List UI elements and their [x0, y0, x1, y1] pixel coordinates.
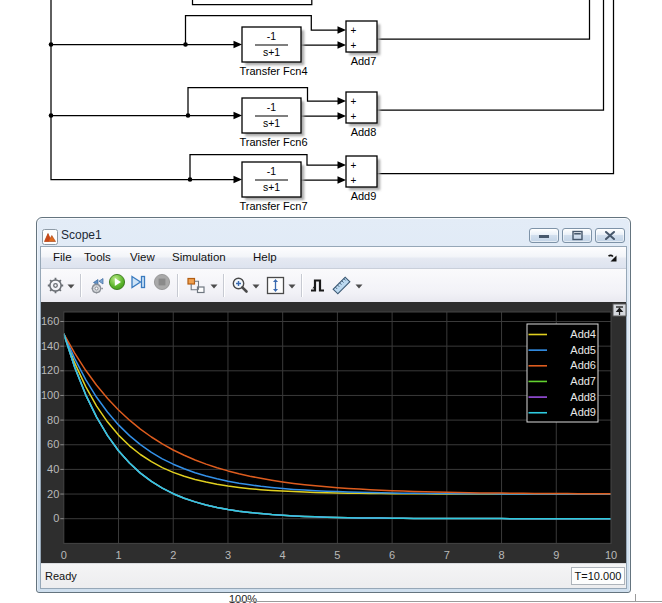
- scale-axes-icon[interactable]: [266, 276, 285, 295]
- trigger-icon[interactable]: [309, 276, 326, 295]
- legend-label-add8: Add8: [570, 391, 596, 403]
- toolbar: [41, 269, 626, 302]
- sum-sign: +: [351, 40, 357, 51]
- step-back-icon[interactable]: [89, 276, 106, 295]
- highlight-simulink-block-icon[interactable]: [186, 276, 206, 295]
- run-icon[interactable]: [108, 273, 126, 291]
- scope-window-body: FileToolsViewSimulationHelp: [40, 246, 627, 589]
- dock-viewer-button[interactable]: [613, 304, 626, 316]
- wire-source-bus[interactable]: [51, 0, 234, 180]
- svg-text:9: 9: [553, 549, 559, 561]
- zoom-icon[interactable]: [231, 276, 249, 295]
- scope-plot[interactable]: 020406080100120140160012345678910Add4Add…: [41, 302, 630, 566]
- status-bar: Ready T=10.000: [41, 563, 626, 588]
- branch-dot: [186, 113, 191, 118]
- block-tf7[interactable]: -1s+1Transfer Fcn7: [239, 162, 307, 212]
- close-button[interactable]: [595, 228, 625, 243]
- svg-text:10: 10: [605, 549, 617, 561]
- wire-arrowhead: [234, 176, 243, 184]
- svg-text:5: 5: [334, 549, 340, 561]
- svg-text:60: 60: [47, 438, 59, 450]
- legend[interactable]: Add4Add5Add6Add7Add8Add9: [527, 324, 598, 422]
- toolbar-separator: [223, 274, 225, 297]
- legend-label-add5: Add5: [570, 344, 596, 356]
- sum-sign: +: [351, 111, 357, 122]
- menu-bar: FileToolsViewSimulationHelp: [41, 247, 626, 269]
- svg-text:4: 4: [280, 549, 286, 561]
- window-title: Scope1: [61, 228, 102, 242]
- menu-file[interactable]: File: [50, 250, 75, 264]
- simulation-time-badge: T=10.000: [571, 567, 625, 585]
- tf-denominator: s+1: [263, 117, 280, 129]
- sum-sign: +: [351, 25, 357, 36]
- scale-axes-caret-icon[interactable]: [288, 284, 296, 289]
- measurements-caret-icon[interactable]: [355, 284, 363, 289]
- wire-add9-out[interactable]: [377, 0, 614, 174]
- zoom-caret-icon[interactable]: [252, 284, 260, 289]
- tf-numerator: -1: [267, 30, 276, 42]
- wire-arrowhead: [234, 41, 243, 49]
- scope-titlebar[interactable]: Scope1: [37, 218, 630, 246]
- wire-add7-out[interactable]: [377, 0, 590, 39]
- legend-label-add6: Add6: [570, 359, 596, 371]
- minimize-button[interactable]: [529, 228, 559, 243]
- block-label: Add7: [351, 55, 377, 67]
- svg-text:20: 20: [47, 488, 59, 500]
- highlight-block-caret-icon[interactable]: [210, 284, 218, 289]
- maximize-button[interactable]: [562, 228, 592, 243]
- legend-label-add7: Add7: [570, 375, 596, 387]
- block-label: Add9: [351, 190, 377, 202]
- sum-sign: +: [351, 175, 357, 186]
- step-forward-icon[interactable]: [129, 273, 147, 291]
- menu-tools[interactable]: Tools: [81, 250, 114, 264]
- block-add7[interactable]: ++Add7: [346, 21, 380, 67]
- legend-label-add4: Add4: [570, 328, 596, 340]
- block-label: Transfer Fcn6: [239, 136, 307, 148]
- config-properties-gear-icon[interactable]: [47, 276, 64, 295]
- svg-text:0: 0: [53, 512, 59, 524]
- config-properties-caret-icon[interactable]: [67, 284, 75, 289]
- menu-simulation[interactable]: Simulation: [169, 250, 229, 264]
- branch-dot: [49, 113, 54, 118]
- wire-cropped-block-bottom[interactable]: [193, 0, 312, 5]
- svg-text:160: 160: [41, 315, 59, 327]
- wire-add8-out[interactable]: [377, 0, 604, 110]
- block-label: Transfer Fcn4: [239, 65, 307, 77]
- wire-arrowhead: [338, 176, 347, 184]
- block-tf4[interactable]: -1s+1Transfer Fcn4: [239, 27, 307, 77]
- tf-numerator: -1: [267, 101, 276, 113]
- branch-dot: [183, 42, 188, 47]
- svg-text:3: 3: [225, 549, 231, 561]
- toolbar-separator: [80, 274, 82, 297]
- menubar-overflow-arrow-icon[interactable]: [607, 253, 618, 264]
- tf-denominator: s+1: [263, 181, 280, 193]
- svg-text:40: 40: [47, 463, 59, 475]
- svg-text:100: 100: [41, 389, 59, 401]
- legend-label-add9: Add9: [570, 406, 596, 418]
- svg-text:80: 80: [47, 414, 59, 426]
- block-add9[interactable]: ++Add9: [346, 156, 380, 202]
- svg-text:6: 6: [389, 549, 395, 561]
- wire-arrowhead: [338, 41, 347, 49]
- svg-text:1: 1: [115, 549, 121, 561]
- stop-icon[interactable]: [153, 273, 171, 291]
- block-tf6[interactable]: -1s+1Transfer Fcn6: [239, 98, 307, 148]
- svg-text:2: 2: [170, 549, 176, 561]
- scope-plot-canvas: 020406080100120140160012345678910Add4Add…: [41, 302, 626, 566]
- wire-arrowhead: [234, 112, 243, 120]
- scope-app-icon: [42, 229, 58, 245]
- svg-text:0: 0: [61, 549, 67, 561]
- measurements-ruler-icon[interactable]: [332, 276, 351, 295]
- menu-help[interactable]: Help: [250, 250, 280, 264]
- wire-arrowhead: [338, 112, 347, 120]
- svg-text:8: 8: [498, 549, 504, 561]
- block-add8[interactable]: ++Add8: [346, 92, 380, 138]
- simulink-model-canvas: -1s+1Transfer Fcn4-1s+1Transfer Fcn6-1s+…: [0, 0, 662, 603]
- menu-view[interactable]: View: [127, 250, 158, 264]
- wire-arrowhead: [338, 97, 347, 105]
- tf-denominator: s+1: [263, 46, 280, 58]
- status-text: Ready: [45, 570, 77, 582]
- tf-numerator: -1: [267, 165, 276, 177]
- toolbar-separator: [301, 274, 303, 297]
- svg-text:120: 120: [41, 364, 59, 376]
